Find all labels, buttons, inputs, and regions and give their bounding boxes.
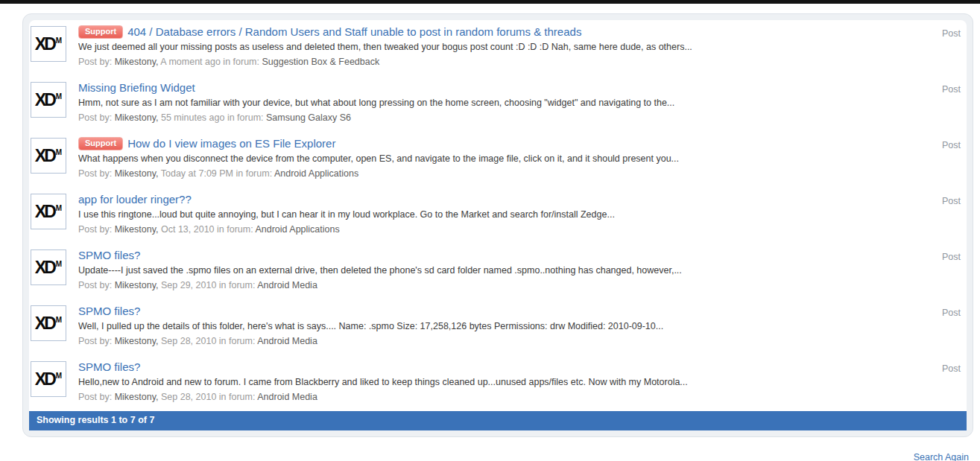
- forum-link[interactable]: Android Applications: [255, 224, 339, 235]
- post-snippet: Hmm, not sure as I am not familiar with …: [78, 97, 929, 109]
- date-forum-label: Sep 29, 2010 in forum:: [161, 280, 255, 290]
- thread-title-link[interactable]: 404 / Database errors / Random Users and…: [127, 25, 581, 38]
- thread-title-link[interactable]: Missing Briefing Widget: [78, 81, 195, 94]
- avatar-logo: XDM: [35, 315, 62, 332]
- post-snippet: I use this ringtone...loud but quite ann…: [78, 209, 929, 221]
- result-title-line: SupportHow do I view images on ES File E…: [78, 137, 929, 150]
- results-count-text: Showing results 1 to 7 of 7: [37, 415, 154, 425]
- thread-prefix-badge[interactable]: Support: [78, 137, 123, 150]
- result-title-line: app for louder ringer??: [78, 193, 929, 206]
- search-again-link[interactable]: Search Again: [914, 452, 969, 461]
- author-link[interactable]: Mikestony,: [115, 112, 159, 123]
- results-count-bar: Showing results 1 to 7 of 7: [29, 411, 967, 430]
- author-link[interactable]: Mikestony,: [115, 224, 159, 235]
- content-type-label: Post: [929, 136, 964, 188]
- result-byline: Post by: Mikestony, Sep 28, 2010 in foru…: [78, 336, 929, 346]
- result-title-line: Support404 / Database errors / Random Us…: [78, 25, 929, 39]
- search-results-list: XDM Support404 / Database errors / Rando…: [29, 20, 967, 411]
- content-type-label: Post: [929, 192, 964, 244]
- user-avatar[interactable]: XDM: [31, 26, 66, 62]
- search-result-row: XDM SPMO files? Update----I just saved t…: [29, 244, 967, 299]
- post-snippet: We just deemed all your missing posts as…: [78, 41, 929, 54]
- bottom-links: Search Again: [0, 450, 969, 461]
- author-link[interactable]: Mikestony,: [115, 168, 159, 179]
- post-by-label: Post by:: [78, 336, 112, 346]
- forum-link[interactable]: Android Media: [257, 280, 317, 290]
- content-type-label: Post: [929, 25, 964, 76]
- result-content: SPMO files? Update----I just saved the .…: [78, 248, 929, 299]
- post-by-label: Post by:: [78, 168, 112, 179]
- date-forum-label: Oct 13, 2010 in forum:: [161, 224, 253, 235]
- user-avatar[interactable]: XDM: [31, 249, 66, 285]
- post-by-label: Post by:: [78, 57, 112, 67]
- content-type-label: Post: [929, 80, 964, 132]
- date-forum-label: Sep 28, 2010 in forum:: [161, 336, 255, 346]
- post-by-label: Post by:: [78, 224, 112, 235]
- avatar-logo: XDM: [35, 36, 62, 53]
- avatar-logo: XDM: [35, 371, 62, 388]
- user-avatar[interactable]: XDM: [31, 138, 66, 174]
- search-results-panel: XDM Support404 / Database errors / Rando…: [22, 13, 973, 437]
- forum-link[interactable]: Suggestion Box & Feedback: [262, 57, 379, 67]
- result-content: Missing Briefing Widget Hmm, not sure as…: [78, 80, 929, 132]
- avatar-logo: XDM: [35, 259, 62, 276]
- result-byline: Post by: Mikestony, Sep 28, 2010 in foru…: [78, 392, 929, 402]
- date-forum-label: A moment ago in forum:: [160, 57, 259, 67]
- date-forum-label: Sep 28, 2010 in forum:: [161, 392, 255, 402]
- post-snippet: Well, I pulled up the details of this fo…: [78, 320, 929, 333]
- author-link[interactable]: Mikestony,: [115, 280, 159, 290]
- post-by-label: Post by:: [78, 112, 112, 123]
- post-snippet: What happens when you disconnect the dev…: [78, 153, 929, 165]
- avatar-logo: XDM: [35, 147, 62, 165]
- user-avatar[interactable]: XDM: [31, 305, 66, 341]
- post-by-label: Post by:: [78, 280, 112, 290]
- user-avatar[interactable]: XDM: [31, 361, 66, 397]
- result-byline: Post by: Mikestony, A moment ago in foru…: [78, 57, 929, 67]
- post-snippet: Hello,new to Android and new to forum. I…: [78, 376, 929, 389]
- author-link[interactable]: Mikestony,: [115, 336, 159, 346]
- result-byline: Post by: Mikestony, Sep 29, 2010 in foru…: [78, 280, 929, 290]
- forum-link[interactable]: Samsung Galaxy S6: [266, 112, 351, 123]
- thread-title-link[interactable]: SPMO files?: [78, 249, 140, 261]
- date-forum-label: Today at 7:09 PM in forum:: [161, 168, 272, 179]
- result-byline: Post by: Mikestony, Today at 7:09 PM in …: [78, 168, 929, 179]
- search-result-row: XDM SPMO files? Hello,new to Android and…: [29, 355, 967, 411]
- result-byline: Post by: Mikestony, Oct 13, 2010 in foru…: [78, 224, 929, 235]
- forum-link[interactable]: Android Media: [257, 336, 317, 346]
- forum-link[interactable]: Android Media: [257, 392, 317, 402]
- result-content: app for louder ringer?? I use this ringt…: [78, 192, 929, 244]
- search-result-row: XDM SPMO files? Well, I pulled up the de…: [29, 299, 967, 355]
- result-title-line: Missing Briefing Widget: [78, 81, 929, 95]
- content-type-label: Post: [929, 304, 964, 355]
- result-content: SupportHow do I view images on ES File E…: [78, 136, 929, 188]
- author-link[interactable]: Mikestony,: [115, 392, 159, 402]
- author-link[interactable]: Mikestony,: [115, 57, 159, 67]
- post-by-label: Post by:: [78, 392, 112, 402]
- forum-link[interactable]: Android Applications: [274, 168, 358, 179]
- search-result-row: XDM Missing Briefing Widget Hmm, not sur…: [29, 76, 967, 132]
- result-title-line: SPMO files?: [78, 360, 929, 374]
- search-result-row: XDM app for louder ringer?? I use this r…: [29, 188, 967, 244]
- search-result-row: XDM SupportHow do I view images on ES Fi…: [29, 132, 967, 188]
- date-forum-label: 55 minutes ago in forum:: [161, 112, 264, 123]
- result-content: SPMO files? Hello,new to Android and new…: [78, 360, 929, 411]
- user-avatar[interactable]: XDM: [31, 194, 66, 229]
- avatar-logo: XDM: [35, 92, 62, 109]
- result-content: SPMO files? Well, I pulled up the detail…: [78, 304, 929, 355]
- thread-title-link[interactable]: SPMO files?: [78, 360, 140, 373]
- content-type-label: Post: [929, 248, 964, 299]
- thread-title-link[interactable]: SPMO files?: [78, 305, 140, 317]
- top-border-bar: [0, 0, 980, 4]
- avatar-logo: XDM: [35, 203, 62, 220]
- result-byline: Post by: Mikestony, 55 minutes ago in fo…: [78, 112, 929, 123]
- result-content: Support404 / Database errors / Random Us…: [78, 25, 929, 76]
- post-snippet: Update----I just saved the .spmo files o…: [78, 264, 929, 277]
- result-title-line: SPMO files?: [78, 249, 929, 262]
- thread-title-link[interactable]: How do I view images on ES File Explorer: [127, 137, 335, 150]
- thread-title-link[interactable]: app for louder ringer??: [78, 193, 192, 206]
- search-result-row: XDM Support404 / Database errors / Rando…: [29, 20, 967, 76]
- content-type-label: Post: [929, 360, 964, 411]
- result-title-line: SPMO files?: [78, 305, 929, 318]
- user-avatar[interactable]: XDM: [31, 82, 66, 118]
- thread-prefix-badge[interactable]: Support: [78, 25, 123, 39]
